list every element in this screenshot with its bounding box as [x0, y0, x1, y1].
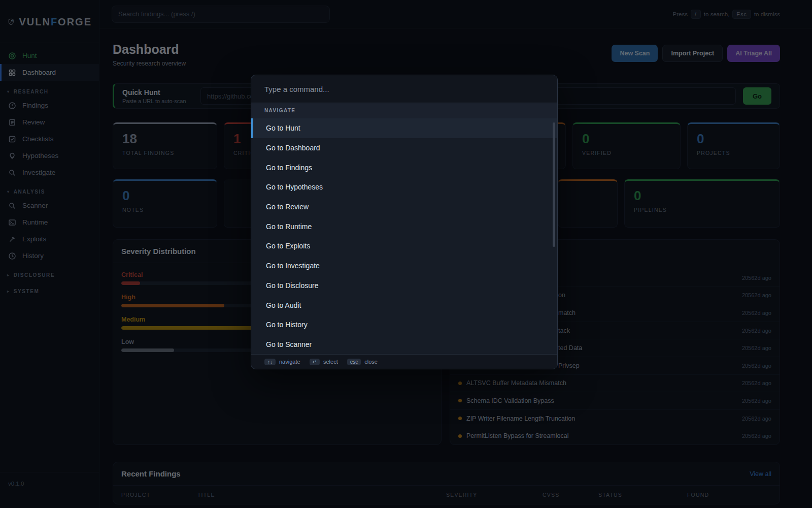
- palette-item-go-to-history[interactable]: Go to History: [251, 315, 557, 335]
- palette-item-go-to-review[interactable]: Go to Review: [251, 197, 557, 217]
- palette-item-go-to-findings[interactable]: Go to Findings: [251, 157, 557, 177]
- palette-section-navigate: NAVIGATE: [251, 103, 557, 118]
- palette-item-go-to-hunt[interactable]: Go to Hunt: [251, 118, 557, 138]
- palette-item-go-to-runtime[interactable]: Go to Runtime: [251, 216, 557, 236]
- palette-item-go-to-scanner[interactable]: Go to Scanner: [251, 335, 557, 355]
- palette-item-go-to-disclosure[interactable]: Go to Disclosure: [251, 276, 557, 296]
- navigate-hint: ↑↓navigate: [264, 359, 300, 365]
- command-input[interactable]: [251, 75, 557, 103]
- close-hint: escclose: [347, 359, 378, 365]
- esc-key-badge: esc: [347, 359, 361, 365]
- command-palette: NAVIGATE Go to Hunt Go to Dashboard Go t…: [251, 75, 558, 369]
- palette-item-go-to-exploits[interactable]: Go to Exploits: [251, 236, 557, 256]
- palette-item-go-to-audit[interactable]: Go to Audit: [251, 295, 557, 315]
- arrows-key-badge: ↑↓: [264, 359, 276, 365]
- palette-item-go-to-investigate[interactable]: Go to Investigate: [251, 256, 557, 276]
- palette-item-go-to-hypotheses[interactable]: Go to Hypotheses: [251, 177, 557, 197]
- palette-item-list: Go to Hunt Go to Dashboard Go to Finding…: [251, 118, 557, 354]
- enter-key-badge: ↵: [310, 359, 320, 365]
- palette-item-go-to-dashboard[interactable]: Go to Dashboard: [251, 138, 557, 158]
- palette-scrollbar[interactable]: [553, 122, 555, 247]
- palette-footer: ↑↓navigate ↵select escclose: [251, 354, 557, 369]
- select-hint: ↵select: [310, 359, 338, 365]
